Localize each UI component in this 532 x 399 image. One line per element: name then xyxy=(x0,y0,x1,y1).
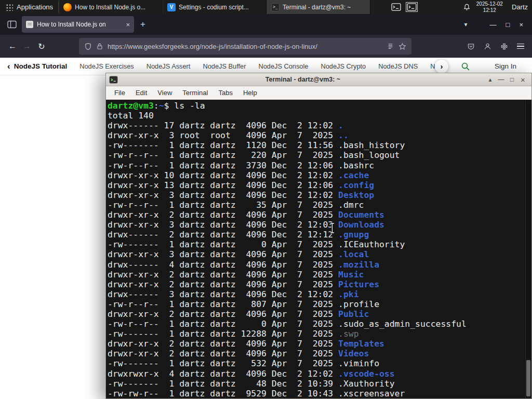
tray-terminal-icon[interactable] xyxy=(391,3,401,11)
terminal-titlebar[interactable]: Terminal - dartz@vm3: ~ ▴ — □ × xyxy=(106,73,531,86)
terminal-listing-line: -rw------- 1 dartz dartz 48 Dec 2 10:39 … xyxy=(108,379,531,389)
terminal-listing-line: drwxr-xr-x 2 dartz dartz 4096 Apr 7 2025… xyxy=(108,270,531,280)
taskbar-button-firefox[interactable]: How to Install Node.js o... xyxy=(59,0,163,14)
site-nav-link[interactable]: NodeJS Buffer xyxy=(203,62,246,70)
terminal-output[interactable]: dartz@vm3:~$ ls -latotal 140drwx------ 1… xyxy=(106,100,531,398)
tracking-shield-icon[interactable] xyxy=(84,43,92,50)
terminal-listing-line: -rw------- 1 dartz dartz 12288 Apr 7 202… xyxy=(108,329,531,339)
menu-file[interactable]: File xyxy=(109,89,130,97)
notification-bell-icon[interactable] xyxy=(463,3,471,11)
tab-close-icon[interactable]: × xyxy=(126,21,130,29)
terminal-listing-line: drwxr-xr-x 3 dartz dartz 4096 Apr 7 2025… xyxy=(108,249,531,259)
panel-user-label: Dartz xyxy=(512,3,528,11)
screen: Applications How to Install Node.js o...… xyxy=(0,0,532,399)
terminal-listing-line: -rw-r--r-- 1 dartz dartz 220 Apr 7 2025 … xyxy=(108,150,531,160)
terminal-listing-line: drwxr-xr-x 2 dartz dartz 4096 Apr 7 2025… xyxy=(108,309,531,319)
pocket-icon[interactable] xyxy=(467,43,475,50)
url-bar[interactable]: https://www.geeksforgeeks.org/node-js/in… xyxy=(79,38,411,55)
panel-tray: 2025-12-02 12:12 Dartz xyxy=(391,0,532,14)
browser-toolbar: ← → ↻ https://www.geeksforgeeks.org/node… xyxy=(0,35,532,58)
task-label: Terminal - dartz@vm3: ~ xyxy=(283,4,351,11)
window-minimize-button[interactable]: — xyxy=(490,21,497,29)
clock[interactable]: 2025-12-02 12:12 xyxy=(476,1,503,13)
menu-help[interactable]: Help xyxy=(238,89,262,97)
menu-terminal[interactable]: Terminal xyxy=(177,89,213,97)
site-nav-link[interactable]: NodeJS Console xyxy=(258,62,308,70)
terminal-listing-line: -rw-r--r-- 1 dartz dartz 807 Apr 7 2025 … xyxy=(108,299,531,309)
terminal-listing-line: -rw------- 1 dartz dartz 1120 Dec 2 11:5… xyxy=(108,140,531,150)
sign-in-button[interactable]: Sign In xyxy=(495,62,516,70)
reload-button[interactable]: ↻ xyxy=(34,42,49,51)
site-nav-link[interactable]: NodeJS Assert xyxy=(147,62,191,70)
terminal-title: Terminal - dartz@vm3: ~ xyxy=(121,76,485,83)
reader-view-icon[interactable] xyxy=(387,43,394,50)
menu-edit[interactable]: Edit xyxy=(130,89,152,97)
terminal-listing-line: drwx------ 3 dartz dartz 4096 Dec 2 12:0… xyxy=(108,289,531,299)
terminal-close-icon[interactable]: × xyxy=(517,75,528,84)
site-nav-link[interactable]: NodeJS Exercises xyxy=(79,62,134,70)
toolbar-right-icons xyxy=(467,43,527,50)
terminal-icon: >_ xyxy=(271,3,280,11)
terminal-listing-line: drwxr-xr-x 2 dartz dartz 4096 Apr 7 2025… xyxy=(108,339,531,349)
bookmark-star-icon[interactable] xyxy=(398,43,406,50)
terminal-listing-line: drwxr-xr-x 2 dartz dartz 4096 Apr 7 2025… xyxy=(108,210,531,220)
tray-terminal-icon-focused[interactable] xyxy=(407,3,417,11)
forward-button[interactable]: → xyxy=(20,42,34,51)
terminal-listing-line: drwx------ 2 dartz dartz 4096 Dec 2 12:1… xyxy=(108,230,531,240)
top-panel: Applications How to Install Node.js o...… xyxy=(0,0,532,14)
terminal-listing-line: drwxr-xr-x 10 dartz dartz 4096 Dec 2 12:… xyxy=(108,170,531,180)
firefox-icon xyxy=(63,3,72,11)
url-text: https://www.geeksforgeeks.org/node-js/in… xyxy=(108,43,382,50)
menu-tabs[interactable]: Tabs xyxy=(213,89,237,97)
site-nav-link[interactable]: NodeJS Crypto xyxy=(321,62,366,70)
terminal-scrollbar[interactable] xyxy=(525,100,531,398)
chevron-right-icon[interactable]: › xyxy=(435,60,448,73)
applications-menu-button[interactable]: Applications xyxy=(0,0,58,14)
task-label: How to Install Node.js o... xyxy=(75,4,145,11)
terminal-app-icon xyxy=(109,75,118,84)
back-button[interactable]: ← xyxy=(5,42,20,51)
window-shade-icon[interactable]: ▴ xyxy=(485,76,496,83)
window-maximize-button[interactable]: □ xyxy=(506,21,510,29)
terminal-prompt-line: dartz@vm3:~$ ls -la xyxy=(108,101,531,111)
terminal-listing-line: -rw-r--r-- 1 dartz dartz 3730 Dec 2 12:0… xyxy=(108,161,531,170)
terminal-listing-line: -rw------- 1 dartz dartz 532 Apr 7 2025 … xyxy=(108,358,531,368)
firefox-view-icon[interactable] xyxy=(7,20,17,29)
terminal-listing-line: drwxr-xr-x 3 root root 4096 Apr 7 2025 .… xyxy=(108,130,531,140)
tab-title: How to Install Node.js on xyxy=(37,21,122,28)
terminal-minimize-icon[interactable]: — xyxy=(496,76,507,83)
terminal-maximize-icon[interactable]: □ xyxy=(507,76,517,83)
new-tab-button[interactable]: + xyxy=(140,19,145,30)
codium-icon: V xyxy=(167,3,176,11)
site-nav-links: NodeJS ExercisesNodeJS AssertNodeJS Buff… xyxy=(79,62,442,70)
terminal-listing-line: -rw-r--r-- 1 dartz dartz 35 Apr 7 2025 .… xyxy=(108,200,531,210)
window-close-button[interactable]: × xyxy=(519,21,523,29)
terminal-listing-line: drwx------ 4 dartz dartz 4096 Apr 7 2025… xyxy=(108,260,531,270)
page-favicon xyxy=(26,21,33,28)
lock-icon[interactable] xyxy=(96,43,103,50)
task-label: Settings - codium script... xyxy=(179,4,249,11)
applications-label: Applications xyxy=(17,3,53,11)
clock-time: 12:12 xyxy=(476,7,503,14)
terminal-listing-line: -rw-rw-r-- 1 dartz dartz 9529 Dec 2 10:4… xyxy=(108,389,531,398)
terminal-listing-line: drwxr-xr-x 3 dartz dartz 4096 Dec 2 12:0… xyxy=(108,190,531,200)
taskbar-button-terminal[interactable]: >_ Terminal - dartz@vm3: ~ xyxy=(267,0,370,14)
list-tabs-chevron-icon[interactable]: ▾ xyxy=(464,21,468,28)
scrollbar-thumb[interactable] xyxy=(526,360,530,396)
extensions-icon[interactable] xyxy=(500,43,508,50)
terminal-listing-line: -rw------- 1 dartz dartz 0 Apr 7 2025 .I… xyxy=(108,240,531,249)
terminal-listing-line: drwxr-xr-x 2 dartz dartz 4096 Apr 7 2025… xyxy=(108,280,531,289)
taskbar-button-codium[interactable]: V Settings - codium script... xyxy=(163,0,267,14)
account-icon[interactable] xyxy=(484,43,491,50)
search-icon[interactable] xyxy=(461,62,470,71)
terminal-listing-line: drwx------ 17 dartz dartz 4096 Dec 2 12:… xyxy=(108,121,531,130)
site-nav-link[interactable]: NodeJS DNS xyxy=(378,62,418,70)
terminal-listing-line: drwxr-xr-x 3 dartz dartz 4096 Dec 2 12:0… xyxy=(108,220,531,230)
tab-bar: How to Install Node.js on × + ▾ — □ × xyxy=(0,14,532,35)
site-nav-active[interactable]: NodeJS Tutorial xyxy=(14,62,68,70)
browser-tab[interactable]: How to Install Node.js on × xyxy=(22,16,134,33)
menu-view[interactable]: View xyxy=(152,89,177,97)
menu-icon[interactable] xyxy=(517,44,524,49)
terminal-listing-line: drwxr-xr-x 13 dartz dartz 4096 Dec 2 12:… xyxy=(108,180,531,190)
chevron-left-icon[interactable]: ‹ xyxy=(7,61,10,72)
